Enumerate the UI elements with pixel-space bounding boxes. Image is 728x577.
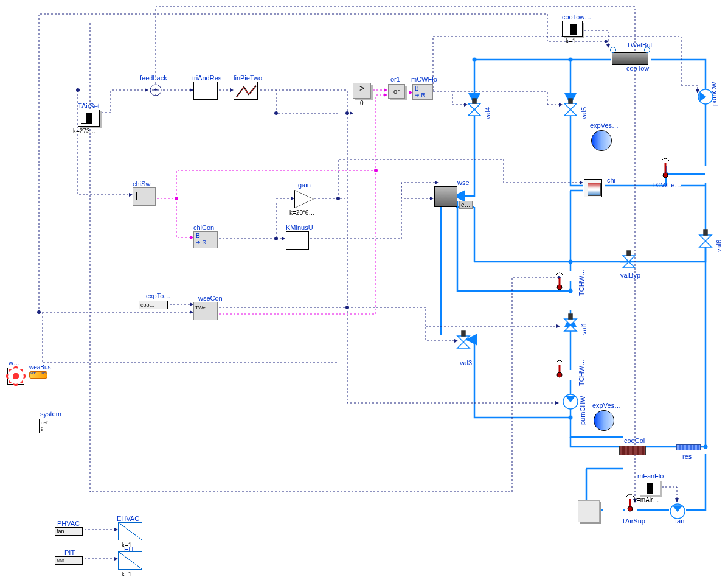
phvac-label: PHVAC (57, 520, 80, 527)
expveschw-label: expVes… (592, 402, 621, 409)
sun-icon (10, 371, 21, 382)
eit-k: k=1 (122, 571, 131, 577)
mfanflo-label: mFanFlo (637, 472, 664, 480)
chi-block[interactable] (584, 179, 602, 197)
svg-point-13 (569, 416, 573, 420)
system-block[interactable]: def… g (39, 419, 57, 433)
mcwflo-label: mCWFlo (411, 75, 437, 83)
hysteresis-icon (136, 192, 147, 200)
wsecon-label: wseCon (198, 295, 223, 302)
svg-point-10 (569, 58, 573, 62)
pit-block[interactable]: roo.… (55, 556, 83, 565)
valbyp-label: valByp (620, 271, 640, 279)
val3-label: val3 (460, 359, 472, 366)
mcwflo-sub: ➜ R (415, 92, 431, 98)
svg-text:+: + (154, 86, 158, 93)
eit-block[interactable] (118, 551, 142, 570)
wse-block[interactable] (434, 186, 457, 207)
linpietwo-icon (235, 83, 257, 99)
res-label: res (682, 453, 692, 460)
res-block[interactable] (676, 444, 701, 450)
tairset-k: k=273… (73, 128, 96, 135)
svg-point-16 (569, 289, 573, 293)
svg-point-25 (670, 504, 685, 519)
cootowconst-k: k=1 (566, 38, 575, 44)
gain-label: gain (298, 181, 311, 189)
mcwflo-block[interactable]: B ➜ R (412, 84, 433, 100)
pit-sub: roo.… (57, 558, 72, 564)
gain-block[interactable] (294, 190, 315, 208)
cootowconst-label: cooTow… (562, 13, 591, 21)
svg-point-12 (569, 260, 573, 264)
greater0-block[interactable]: > (353, 83, 371, 99)
coocoi-label: cooCoi (624, 437, 645, 444)
weabus-label2: we…us (30, 370, 47, 376)
pumcw-label: pumCW (710, 82, 718, 106)
chicon-block[interactable]: B ➜ R (193, 231, 218, 248)
chicon-label: chiCon (193, 224, 214, 231)
triandres-label: triAndRes (192, 74, 221, 82)
tairset-block[interactable] (78, 110, 100, 127)
svg-point-2 (345, 111, 349, 115)
weather-block[interactable] (7, 368, 24, 385)
phvac-block[interactable]: fan.… (55, 527, 83, 536)
triandres-block[interactable] (193, 82, 218, 100)
wse-label: wse (457, 179, 470, 186)
svg-point-27 (663, 173, 668, 178)
expveschi-block[interactable] (591, 130, 612, 151)
mcwflo-op: B (415, 85, 431, 92)
chiswi-block[interactable] (133, 187, 156, 206)
val5-label: val5 (580, 107, 588, 119)
feedback-label: feedback (140, 74, 167, 82)
svg-point-1 (274, 111, 278, 115)
mfanflo-block[interactable] (639, 480, 660, 495)
svg-point-7 (37, 310, 41, 314)
svg-point-11 (473, 58, 477, 62)
svg-point-29 (557, 285, 562, 290)
kminusu-block[interactable] (286, 231, 309, 250)
weather-label: w… (9, 359, 20, 366)
expto-sub: coo… (140, 302, 155, 308)
chicon-op: B (196, 233, 215, 239)
svg-rect-20 (627, 251, 631, 256)
expto-label: expTo… (146, 292, 170, 299)
expveschw-block[interactable] (594, 410, 614, 431)
svg-point-33 (628, 506, 633, 511)
svg-point-8 (175, 197, 178, 200)
or1-body: or (393, 88, 400, 95)
mfanflo-k: k=mAir… (634, 497, 659, 503)
svg-point-24 (563, 394, 578, 409)
chi-label: chi (607, 177, 615, 184)
kminusu-label: KMinusU (286, 224, 313, 231)
wse-e: e… (459, 201, 473, 209)
val6-label: val6 (715, 240, 723, 252)
or1-label: or1 (390, 75, 400, 83)
svg-rect-19 (704, 230, 707, 235)
tchw1-label: TCHW… (578, 269, 585, 296)
cootow-block[interactable] (612, 52, 648, 65)
linpietwo-block[interactable] (234, 82, 258, 100)
svg-rect-17 (473, 99, 476, 103)
system-sub: def… g (41, 420, 52, 431)
phvac-sub: fan.… (57, 528, 71, 534)
tcwle-label: TCWLe… (652, 181, 681, 189)
fan-label: fan (675, 517, 684, 525)
expveschi-label: expVes… (590, 122, 619, 129)
wsecon-block[interactable]: TWe… (193, 302, 218, 320)
tchw2-label: TCHW… (578, 359, 585, 386)
greater0-k: 0 (360, 100, 364, 107)
gain-k: k=20*6… (289, 209, 314, 216)
svg-point-14 (704, 445, 708, 449)
or1-block[interactable]: or (388, 84, 405, 99)
ehvac-label: EHVAC (117, 515, 139, 522)
room-block[interactable] (578, 500, 600, 522)
svg-rect-21 (569, 314, 572, 319)
val4-label: val4 (484, 107, 491, 119)
cootowconst-block[interactable] (562, 21, 583, 37)
coocoi-block[interactable] (619, 446, 646, 455)
expto-block[interactable]: coo… (139, 301, 168, 309)
val1-label: val1 (580, 323, 588, 335)
ehvac-block[interactable] (118, 522, 142, 540)
cootow-label: cooTow (626, 65, 649, 72)
tairset-label: TAirSet (78, 102, 100, 110)
